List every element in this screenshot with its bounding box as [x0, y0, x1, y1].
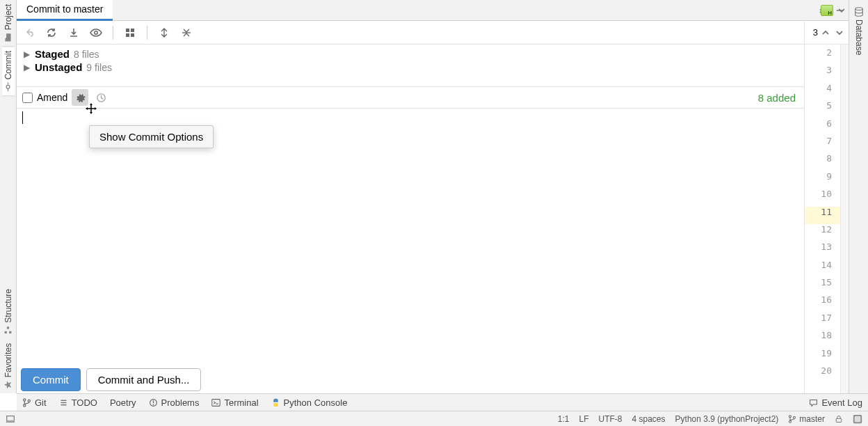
bubble-icon	[809, 398, 818, 407]
svg-point-29	[789, 415, 791, 417]
terminal-tab[interactable]: Terminal	[211, 397, 258, 408]
terminal-label: Terminal	[224, 397, 258, 408]
marker-strip[interactable]	[840, 45, 849, 393]
commit-toolbar	[17, 21, 804, 45]
structure-tab[interactable]: Structure	[2, 285, 15, 339]
python-icon	[271, 398, 280, 407]
branch-name: master	[799, 414, 825, 424]
database-tab[interactable]: Database	[853, 3, 865, 59]
git-branch[interactable]: master	[788, 414, 825, 424]
svg-point-17	[24, 398, 26, 400]
poetry-tab[interactable]: Poetry	[110, 397, 136, 408]
chevron-down-icon[interactable]	[837, 6, 846, 15]
python-console-tab[interactable]: Python Console	[271, 397, 348, 408]
amend-row: Amend 8 added	[17, 86, 804, 109]
problems-tab[interactable]: Problems	[149, 397, 200, 408]
commit-panel-header: Commit to master	[17, 0, 849, 21]
tool-window-icon[interactable]	[6, 414, 15, 424]
todo-label: TODO	[72, 397, 97, 408]
svg-rect-32	[836, 418, 842, 422]
chevron-right-icon[interactable]: ▶	[22, 49, 31, 59]
svg-point-25	[152, 404, 154, 405]
event-log-label: Event Log	[821, 397, 862, 408]
unstaged-row[interactable]: ▶ Unstaged 9 files	[22, 61, 798, 74]
svg-point-31	[794, 416, 796, 418]
chevron-up-icon[interactable]	[819, 26, 832, 39]
git-label: Git	[35, 397, 47, 408]
project-tab-label: Project	[3, 4, 13, 30]
svg-rect-28	[7, 420, 15, 422]
separator	[147, 26, 147, 40]
svg-point-8	[95, 31, 97, 33]
structure-icon	[3, 326, 13, 335]
caret-position[interactable]: 1:1	[558, 414, 570, 424]
interpreter[interactable]: Python 3.9 (pythonProject2)	[675, 414, 779, 424]
svg-rect-10	[131, 29, 134, 32]
status-bar: 1:1 LF UTF-8 4 spaces Python 3.9 (python…	[0, 411, 868, 426]
commit-button[interactable]: Commit	[21, 368, 81, 391]
commit-tab-label: Commit	[3, 51, 13, 79]
separator	[113, 26, 113, 40]
favorites-tab[interactable]: Favorites	[2, 339, 15, 393]
commit-main-panel: ▶ Staged 8 files ▶ Unstaged 9 files Amen…	[17, 45, 804, 393]
amend-checkbox[interactable]	[22, 93, 33, 103]
commit-panel-title[interactable]: Commit to master	[17, 0, 113, 21]
unstaged-count: 9 files	[86, 62, 112, 73]
commit-message-input[interactable]	[17, 109, 804, 393]
encoding[interactable]: UTF-8	[599, 414, 622, 424]
staged-count: 8 files	[74, 49, 99, 60]
event-log-tab[interactable]: Event Log	[809, 397, 862, 408]
svg-point-19	[28, 400, 30, 402]
left-tool-strip: Project Commit Structure Favorites	[0, 0, 17, 393]
ide-icon[interactable]	[853, 414, 862, 424]
svg-rect-9	[126, 29, 129, 32]
svg-point-6	[855, 8, 862, 10]
commit-tab[interactable]: Commit	[2, 46, 15, 96]
svg-rect-12	[131, 33, 134, 37]
branch-icon	[22, 398, 31, 407]
commit-and-push-button[interactable]: Commit and Push...	[86, 368, 202, 391]
highlight-badge[interactable]	[821, 5, 833, 16]
commit-button-row: Commit Commit and Push...	[21, 368, 201, 391]
list-icon	[59, 398, 68, 407]
expand-icon[interactable]	[156, 24, 172, 41]
svg-point-30	[789, 420, 791, 423]
gutter-nav: 3	[805, 21, 849, 45]
warning-icon	[149, 398, 158, 407]
svg-rect-3	[5, 331, 7, 333]
todo-tab[interactable]: TODO	[59, 397, 97, 408]
svg-point-0	[6, 86, 10, 89]
changes-tree[interactable]: ▶ Staged 8 files ▶ Unstaged 9 files	[17, 45, 804, 86]
bottom-tool-tabs: Git TODO Poetry Problems Terminal Python…	[17, 393, 868, 411]
chevron-right-icon[interactable]: ▶	[22, 63, 31, 72]
lock-icon[interactable]	[835, 415, 843, 423]
svg-rect-5	[7, 326, 9, 329]
problems-label: Problems	[161, 397, 200, 408]
collapse-icon[interactable]	[178, 24, 195, 41]
tooltip: Show Commit Options	[89, 125, 214, 148]
line-separator[interactable]: LF	[579, 414, 589, 424]
gear-icon[interactable]	[72, 89, 88, 106]
folder-icon	[3, 33, 13, 42]
staged-label: Staged	[35, 48, 70, 60]
favorites-tab-label: Favorites	[3, 343, 13, 377]
refresh-icon[interactable]	[43, 24, 60, 41]
project-tab[interactable]: Project	[2, 0, 15, 46]
indent[interactable]: 4 spaces	[632, 414, 666, 424]
svg-rect-4	[9, 331, 11, 333]
chevron-down-icon[interactable]	[833, 26, 846, 39]
staged-row[interactable]: ▶ Staged 8 files	[22, 47, 798, 61]
rollback-icon[interactable]	[21, 24, 38, 41]
group-icon[interactable]	[122, 24, 138, 41]
download-icon[interactable]	[65, 24, 82, 41]
python-console-label: Python Console	[284, 397, 348, 408]
eye-icon[interactable]	[88, 24, 104, 41]
svg-rect-11	[126, 33, 129, 37]
svg-point-18	[24, 404, 26, 406]
history-icon[interactable]	[93, 89, 109, 106]
added-count: 8 added	[758, 92, 798, 104]
branch-icon	[788, 415, 796, 423]
git-tab[interactable]: Git	[22, 397, 47, 408]
editor-gutter: 3 234567891011121314151617181920	[804, 21, 849, 393]
commit-icon	[3, 83, 13, 92]
